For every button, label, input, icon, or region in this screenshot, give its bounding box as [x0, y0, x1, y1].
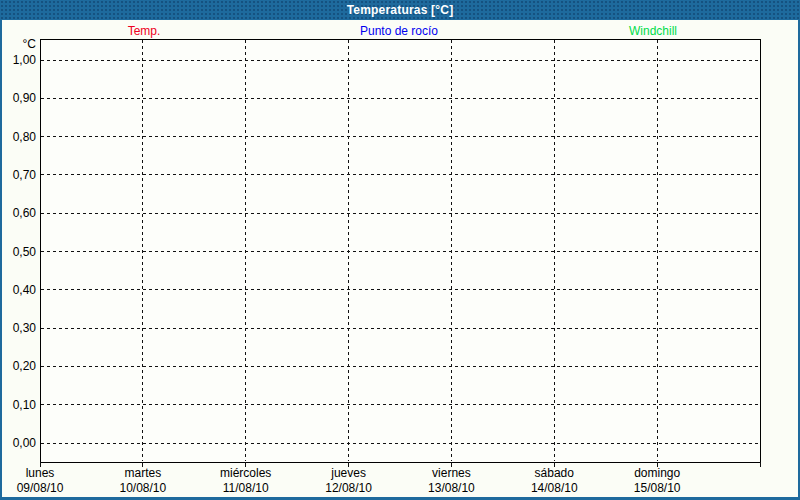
- x-date-label: 09/08/10: [17, 481, 64, 495]
- y-tick-label: 0,00: [4, 436, 36, 450]
- x-day-label: jueves: [331, 466, 366, 480]
- x-day-label: miércoles: [220, 466, 271, 480]
- x-date-label: 15/08/10: [634, 481, 681, 495]
- x-date-label: 14/08/10: [531, 481, 578, 495]
- plot-frame: [40, 39, 760, 462]
- plot-area: [2, 20, 798, 497]
- x-day-label: sábado: [535, 466, 574, 480]
- y-tick-label: 0,70: [4, 168, 36, 182]
- y-tick-label: 0,30: [4, 321, 36, 335]
- y-tick-label: 0,20: [4, 359, 36, 373]
- y-tick-label: 0,80: [4, 130, 36, 144]
- x-date-label: 13/08/10: [428, 481, 475, 495]
- y-tick-label: 1,00: [4, 53, 36, 67]
- x-day-label: martes: [125, 466, 162, 480]
- y-tick-label: 0,90: [4, 91, 36, 105]
- y-tick-label: 0,60: [4, 206, 36, 220]
- y-tick-label: 0,10: [4, 398, 36, 412]
- x-day-label: domingo: [634, 466, 680, 480]
- chart-panel: Temp. Punto de rocío Windchill °C 1,000,…: [0, 20, 800, 500]
- chart-window: Temperaturas [°C] Temp. Punto de rocío W…: [0, 0, 800, 500]
- window-title: Temperaturas [°C]: [347, 3, 454, 17]
- x-day-label: viernes: [432, 466, 471, 480]
- x-date-label: 11/08/10: [223, 481, 269, 495]
- y-tick-label: 0,50: [4, 245, 36, 259]
- window-titlebar: Temperaturas [°C]: [0, 0, 800, 20]
- y-tick-label: 0,40: [4, 283, 36, 297]
- x-date-label: 12/08/10: [325, 481, 372, 495]
- x-day-label: lunes: [26, 466, 55, 480]
- x-date-label: 10/08/10: [119, 481, 166, 495]
